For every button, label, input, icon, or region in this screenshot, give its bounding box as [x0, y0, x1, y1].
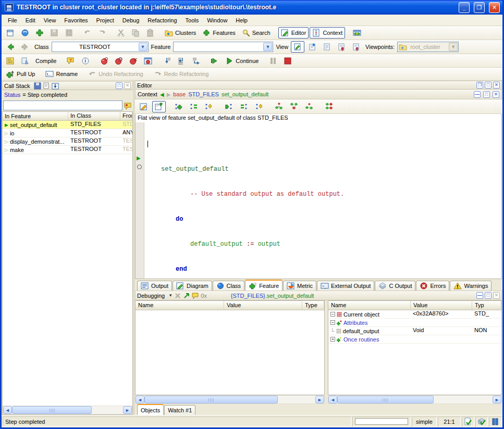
breakpoint-slot-icon[interactable]: [137, 165, 142, 169]
raise-watch-icon[interactable]: [183, 292, 190, 299]
import-call-stack-icon[interactable]: [52, 82, 59, 90]
assigners-button[interactable]: [187, 101, 201, 112]
stop-button[interactable]: [281, 55, 294, 67]
menu-window[interactable]: Window: [203, 16, 231, 25]
rename-button[interactable]: I... Rename: [43, 68, 80, 80]
tab-warnings[interactable]: Warnings: [450, 281, 491, 291]
feature-combo-dropdown-icon[interactable]: ▼: [263, 43, 272, 51]
call-stack-row[interactable]: ▷make TESTROOT TEST: [3, 146, 132, 154]
creators-button[interactable]: [202, 101, 216, 112]
ancestors-button[interactable]: [272, 101, 286, 112]
breadcrumb-cluster[interactable]: base: [173, 91, 186, 97]
menu-file[interactable]: File: [4, 16, 21, 25]
context-toggle-button[interactable]: Context: [310, 27, 345, 39]
objects-col-value[interactable]: Value: [411, 301, 472, 310]
call-stack-row[interactable]: ▶set_output_default STD_FILES STD_: [3, 121, 132, 129]
tab-class[interactable]: Class: [213, 281, 245, 291]
debugging-minimize-icon[interactable]: —: [476, 292, 483, 299]
continue-button[interactable]: Continue: [223, 55, 261, 67]
tab-metric[interactable]: Metric: [283, 281, 316, 291]
editor-maximize-icon[interactable]: □: [485, 82, 491, 89]
tab-errors[interactable]: Errors: [416, 281, 449, 291]
call-stack-row[interactable]: ▷display_demonstrat... TESTROOT TEST: [3, 137, 132, 146]
callees-button[interactable]: [222, 101, 236, 112]
scroll-left-icon[interactable]: ◄: [328, 396, 337, 403]
objects-hscrollbar[interactable]: ◄ ►: [328, 395, 502, 404]
tab-watch-1[interactable]: Watch #1: [164, 405, 195, 415]
scroll-right-icon[interactable]: ►: [493, 396, 501, 403]
menu-favorites[interactable]: Favorites: [60, 16, 92, 25]
descendants-button[interactable]: [287, 101, 301, 112]
watch-bubble-icon[interactable]: [192, 292, 199, 299]
run-ignore-breakpoints-button[interactable]: [208, 55, 222, 67]
compile-button[interactable]: Compile: [33, 56, 59, 66]
menu-help[interactable]: Help: [231, 16, 252, 25]
callers-button[interactable]: [172, 101, 186, 112]
freeze-button[interactable]: [18, 55, 32, 67]
breadcrumb-feature[interactable]: set_output_default: [222, 91, 269, 97]
class-combo-dropdown-icon[interactable]: ▼: [139, 43, 147, 51]
call-stack-header-row[interactable]: In Feature In Class From: [3, 112, 132, 121]
feature-combo[interactable]: ▼: [173, 42, 273, 52]
col-in-class[interactable]: In Class: [68, 112, 120, 120]
debugging-title-bar[interactable]: Debugging ▼ 0x {STD_FILES}.set_output_de…: [135, 291, 502, 300]
maximize-button[interactable]: ❐: [474, 2, 485, 13]
tab-c-output[interactable]: C Output: [375, 281, 415, 291]
debugging-maximize-icon[interactable]: □: [485, 292, 491, 299]
editor-gutter[interactable]: ▶: [136, 122, 144, 279]
context-maximize-icon[interactable]: □: [483, 91, 490, 98]
show-breakpoints-button[interactable]: [141, 55, 155, 67]
edit-feature-button[interactable]: [137, 101, 151, 112]
step-into-button[interactable]: [175, 55, 188, 67]
edit-flat-feature-button[interactable]: [152, 101, 166, 112]
assignees-button[interactable]: [237, 101, 251, 112]
object-tree-row[interactable]: − Current object <0x32A8760> STD_: [328, 310, 501, 319]
interface-view-button[interactable]: [349, 41, 363, 53]
col-from[interactable]: From: [120, 112, 132, 120]
melt-button[interactable]: [4, 55, 17, 67]
flat-view-button[interactable]: [320, 41, 334, 53]
copy-call-stack-icon[interactable]: [43, 82, 50, 90]
watch-hscrollbar[interactable]: ◄ ►: [135, 395, 325, 404]
context-back-icon[interactable]: ◀: [160, 92, 164, 97]
objects-col-type[interactable]: Typ: [472, 301, 501, 310]
hex-format-toggle[interactable]: 0x: [201, 293, 207, 299]
minimize-button[interactable]: _: [459, 2, 470, 13]
menu-refactoring[interactable]: Refactoring: [143, 16, 181, 25]
object-tree-row[interactable]: − Attributes: [328, 319, 501, 327]
call-stack-maximize-icon[interactable]: □: [116, 82, 122, 89]
code-text[interactable]: set_output_default -- Use standard outpu…: [144, 122, 501, 279]
tab-feature[interactable]: Feature: [245, 280, 282, 291]
object-tree-row[interactable]: + Once routines: [328, 335, 501, 344]
search-button[interactable]: Search: [239, 27, 273, 39]
save-call-stack-icon[interactable]: [34, 82, 41, 90]
scroll-right-icon[interactable]: ►: [315, 396, 324, 403]
menu-tools[interactable]: Tools: [181, 16, 203, 25]
debug-info-button[interactable]: i: [79, 55, 92, 67]
tab-external-output[interactable]: >_External Output: [317, 281, 374, 291]
context-minimize-icon[interactable]: —: [474, 91, 481, 98]
debug-context-feature[interactable]: .set_output_default: [265, 293, 314, 299]
editor-title-bar[interactable]: Editor ❐ □ ✕: [135, 81, 502, 90]
enable-breakpoints-button[interactable]: [97, 55, 111, 67]
collapse-icon[interactable]: −: [330, 312, 335, 317]
close-button[interactable]: ✕: [489, 2, 500, 13]
disable-breakpoints-button[interactable]: [112, 55, 126, 67]
object-tree-row[interactable]: └ default_output Void NON: [328, 327, 501, 335]
collapse-icon[interactable]: −: [330, 320, 335, 325]
new-window-button[interactable]: [4, 27, 17, 39]
open-button[interactable]: [18, 27, 32, 39]
step-over-button[interactable]: [160, 55, 174, 67]
debug-help-button[interactable]: ?: [64, 55, 78, 67]
homonyms-button[interactable]: [302, 101, 316, 112]
expand-icon[interactable]: +: [330, 337, 335, 342]
scroll-left-icon[interactable]: ◄: [3, 406, 12, 414]
creations-button[interactable]: [252, 101, 266, 112]
objects-header-row[interactable]: Name Value Typ: [328, 301, 501, 310]
add-button[interactable]: [33, 27, 46, 39]
scroll-left-icon[interactable]: ◄: [136, 396, 144, 403]
tab-output[interactable]: Output: [137, 281, 172, 291]
debug-context-class[interactable]: {STD_FILES}: [231, 293, 265, 299]
editor-close-icon[interactable]: ✕: [493, 82, 500, 89]
contract-view-button[interactable]: [335, 41, 348, 53]
